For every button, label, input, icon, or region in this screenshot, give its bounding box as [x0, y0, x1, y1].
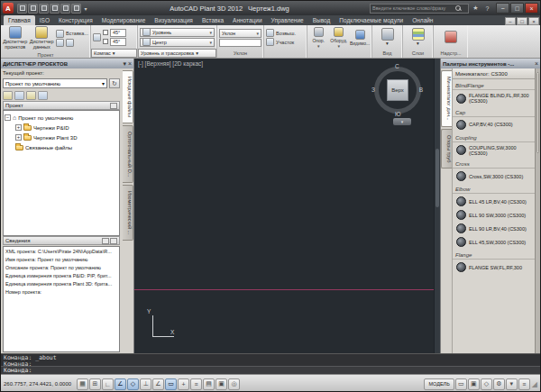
pipe-supports-button[interactable]: Опор. ▾ [309, 27, 328, 49]
exchange-star-icon[interactable]: ★ [471, 4, 481, 14]
plot-icon[interactable] [50, 4, 60, 14]
viewcube-south[interactable]: Ю [395, 111, 401, 117]
grid-toggle[interactable]: ⊞ [89, 378, 101, 390]
application-menu-button[interactable]: A [3, 3, 14, 14]
section-collapse-icon[interactable] [110, 103, 117, 109]
doc-close-button[interactable]: × [528, 17, 539, 25]
viewcube-top-face[interactable]: Верх [387, 79, 408, 101]
slope-panel-title[interactable]: Уклон [217, 50, 263, 58]
group-cross[interactable]: Cross [453, 158, 535, 169]
tab-pipe-supports[interactable]: Опоры труб [441, 129, 452, 169]
tree-node-plant3d-drawings[interactable]: + Чертежи Plant 3D [5, 132, 118, 142]
osnap-3d-toggle[interactable]: ⊥ [140, 378, 151, 390]
palette-item[interactable]: ELL 45 LR,BV,40 (CS300) [453, 195, 535, 208]
doc-minimize-button[interactable]: − [505, 17, 516, 25]
project-settings-icon[interactable] [38, 91, 48, 100]
viewport-scrollbar-thumb[interactable] [436, 149, 439, 207]
tab-source-files[interactable]: Исходные файлы [123, 70, 133, 123]
quick-properties-toggle[interactable]: ▣ [215, 378, 227, 390]
viewcube-east[interactable]: В [419, 87, 423, 93]
spec-selector[interactable]: Миникаталог: CS300 [453, 68, 535, 79]
undo-icon[interactable] [60, 4, 70, 14]
maximize-button[interactable]: □ [510, 3, 524, 14]
layers-panel-title[interactable]: Слои [403, 50, 433, 58]
lineweight-toggle[interactable]: ≡ [190, 378, 202, 390]
tab-visualization[interactable]: Визуализация [150, 15, 197, 25]
quick-view-drawings-button[interactable]: ▭ [455, 378, 467, 390]
tab-isometric[interactable]: Изометрический ... [123, 185, 133, 241]
annotation-scale-button[interactable]: ◇ [481, 378, 492, 390]
tab-modeling[interactable]: Моделирование [97, 15, 151, 25]
command-input[interactable]: Команда: [1, 366, 540, 374]
help-icon[interactable]: ? [482, 4, 492, 14]
group-cap[interactable]: Cap [453, 106, 535, 117]
status-menu-button[interactable]: ▾ [506, 378, 518, 390]
compass-toggle-icon[interactable] [93, 33, 101, 41]
palette-item[interactable]: ELL 90 LR,BV,40 (CS300) [453, 222, 535, 235]
viewport-controls[interactable]: [-] [Верхняя] [2D каркас] [138, 60, 203, 67]
view-button[interactable]: ▾ [376, 28, 399, 47]
tool-palettes-scrollbar-thumb[interactable] [536, 72, 539, 153]
tab-manage[interactable]: Управление [267, 15, 308, 25]
viewcube[interactable]: С З В Ю Верх [371, 64, 424, 116]
tree-node-pid-drawings[interactable]: + Чертежи P&ID [5, 123, 118, 132]
current-project-dropdown[interactable]: Проект по умолчанию ▾ [3, 78, 107, 88]
search-icon[interactable] [455, 5, 462, 12]
new-file-icon[interactable] [17, 4, 27, 14]
tab-insert[interactable]: Вставка [197, 15, 228, 25]
slope-value-field[interactable] [219, 39, 261, 47]
osnap-toggle[interactable]: ◇ [127, 378, 139, 390]
group-elbow[interactable]: Elbow [453, 183, 535, 194]
attach-drawing-icon[interactable] [14, 91, 24, 100]
details-section-header[interactable]: Сведения [3, 236, 120, 245]
view-panel-title[interactable]: Вид [372, 50, 402, 58]
viewcube-menu-button[interactable]: ▾ [393, 118, 411, 125]
palette-item[interactable]: COUPLING,SW,3000 (CS300) [453, 143, 535, 159]
details-view-icon[interactable] [110, 238, 117, 244]
tab-online[interactable]: Онлайн [408, 15, 437, 25]
equipment-button[interactable]: Оборуд. ▾ [330, 27, 349, 49]
palette-item[interactable]: CAP,BV,40 (CS300) [453, 118, 535, 132]
compass-panel-title[interactable]: Компас [91, 49, 137, 58]
center-dropdown[interactable]: Центр ▾ [140, 38, 215, 47]
layers-button[interactable]: ▾ [407, 28, 430, 47]
doc-restore-button[interactable]: □ [517, 17, 527, 25]
qat-dropdown-icon[interactable]: ▾ [82, 4, 89, 14]
transparency-toggle[interactable]: ▤ [203, 378, 215, 390]
section-button[interactable]: Участок [266, 38, 305, 46]
resize-grip-icon[interactable]: ◢ [532, 380, 537, 388]
otrack-toggle[interactable]: ∠ [152, 378, 164, 390]
tab-annotate[interactable]: Аннотации [228, 15, 267, 25]
tab-dynamic-spec[interactable]: Миникаталог дин... [441, 70, 452, 127]
addins-panel-title[interactable]: Надстр... [434, 50, 468, 58]
snap-toggle[interactable]: ▦ [77, 378, 88, 390]
viewcube-west[interactable]: З [371, 87, 375, 93]
expander-icon[interactable]: − [5, 114, 11, 121]
tab-plugins[interactable]: Подключаемые модули [335, 15, 408, 25]
project-panel-title[interactable]: Проект [1, 51, 90, 58]
drawing-viewport[interactable]: [-] [Верхняя] [2D каркас] С З В Ю Верх ▾… [134, 59, 440, 353]
dynamic-ucs-toggle[interactable]: ▭ [165, 378, 177, 390]
compass-angle1-field[interactable]: 45° [110, 29, 126, 37]
palette-item[interactable]: ELL 45,SW,3000 (CS300) [453, 235, 535, 249]
palette-item[interactable]: FLANGE SW,FL,RF,300 [453, 260, 535, 274]
quick-view-layouts-button[interactable]: ▣ [468, 378, 480, 390]
routing-panel-title[interactable]: Уровень и трассировка [138, 49, 216, 58]
slope-dropdown[interactable]: Уклон ▾ [219, 29, 261, 38]
tree-node-related-files[interactable]: Связанные файлы [5, 142, 118, 152]
model-space-button[interactable]: МОДЕЛЬ [424, 378, 454, 390]
viewport-scrollbar[interactable] [434, 59, 440, 353]
group-blindflange[interactable]: BlindFlange [453, 79, 535, 90]
coordinates-display[interactable]: 260.7757, 274.4421, 0.0000 [4, 381, 76, 387]
details-refresh-icon[interactable] [102, 238, 109, 244]
project-manager-button[interactable]: Диспетчер проектов [3, 26, 27, 50]
compass-tolerance-checkbox[interactable] [103, 39, 108, 44]
addins-button[interactable] [439, 31, 463, 44]
tree-node-root[interactable]: − ⌂ Проект по умолчанию [5, 113, 118, 123]
visibility-button[interactable]: Видимо... [350, 30, 370, 46]
data-manager-button[interactable]: Диспетчер данных [29, 26, 53, 50]
tool-palettes-close-icon[interactable]: × [535, 60, 538, 67]
project-extra-button[interactable] [56, 39, 88, 47]
compass-angle2-field[interactable]: 45° [110, 38, 126, 46]
tab-structure[interactable]: Конструкция [54, 15, 97, 25]
